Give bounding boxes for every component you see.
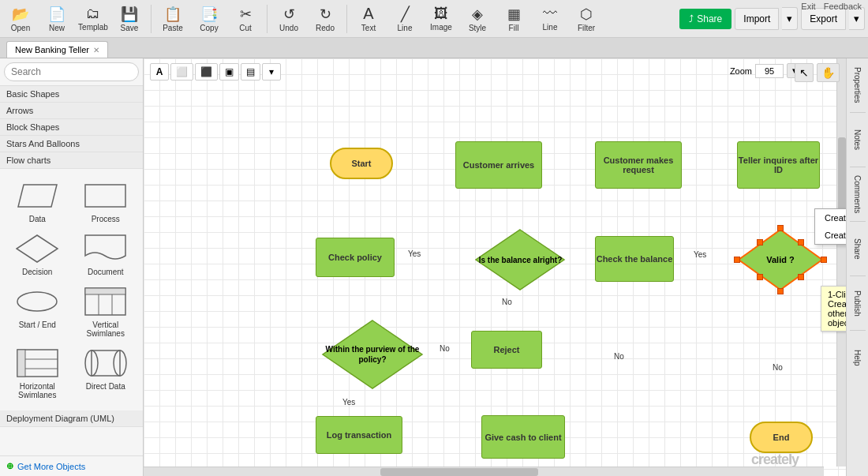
node-teller-inquires[interactable]: Teller inquires after ID <box>737 141 820 189</box>
horizontal-scrollbar[interactable] <box>144 467 824 476</box>
text-button[interactable]: A Text <box>351 2 386 36</box>
node-check-policy[interactable]: Check policy <box>316 238 395 277</box>
style-button[interactable]: ◈ Style <box>460 2 495 36</box>
shape-decision[interactable]: Decision <box>3 228 72 281</box>
exit-link[interactable]: Exit <box>801 2 815 11</box>
cursor-hand-button[interactable]: ✋ <box>817 63 840 82</box>
node-is-balance[interactable]: Is the balance alright? <box>475 228 566 291</box>
filter-button[interactable]: ⬡ Filter <box>569 2 604 36</box>
svg-point-3 <box>17 292 57 311</box>
decision-shape-preview <box>13 233 61 264</box>
vertical-scrollbar[interactable] <box>836 58 846 467</box>
handle-bl <box>757 274 763 280</box>
comments-panel-button[interactable]: Comments <box>848 171 867 218</box>
share-button[interactable]: ⤴ Share <box>679 9 731 29</box>
format-btn-3[interactable]: ▣ <box>219 63 239 81</box>
rs-sep5 <box>850 330 866 331</box>
format-btn-4[interactable]: ▤ <box>241 63 260 81</box>
shape-document[interactable]: Document <box>72 228 140 281</box>
feedback-link[interactable]: Feedback <box>824 2 862 11</box>
decision-shape-svg <box>16 234 59 264</box>
node-give-cash[interactable]: Give cash to client <box>481 415 565 459</box>
properties-panel-button[interactable]: Properties <box>848 62 867 109</box>
cm-create-decision[interactable]: Create a Decision <box>815 209 846 227</box>
shape-process[interactable]: Process <box>72 175 140 228</box>
import-button[interactable]: Import <box>735 8 779 30</box>
horizontal-swimlanes-preview <box>13 347 61 379</box>
search-input[interactable] <box>4 62 139 81</box>
sidebar-item-block-shapes[interactable]: Block Shapes <box>0 119 143 136</box>
zoom-input[interactable]: 95 <box>755 64 784 78</box>
cursor-select-button[interactable]: ↖ <box>795 63 814 82</box>
help-panel-button[interactable]: Help <box>848 334 867 381</box>
sep3 <box>346 5 347 33</box>
shape-vertical-swimlanes[interactable]: Vertical Swimlanes <box>72 281 140 343</box>
watermark: creately <box>751 452 799 468</box>
format-btn-1[interactable]: ⬜ <box>170 63 193 81</box>
templab-button[interactable]: 🗂 Templab <box>76 2 110 36</box>
paste-button[interactable]: 📋 Paste <box>155 2 190 36</box>
copy-icon: 📑 <box>200 6 218 23</box>
node-customer-request[interactable]: Customer makes request <box>595 141 682 189</box>
plus-icon: ⊕ <box>6 461 13 471</box>
cut-button[interactable]: ✂ Cut <box>228 2 263 36</box>
node-end[interactable]: End <box>750 422 813 453</box>
sidebar: Basic Shapes Arrows Block Shapes Stars A… <box>0 58 144 476</box>
node-log-transaction[interactable]: Log transaction <box>316 416 402 454</box>
open-button[interactable]: 📂 Open <box>3 2 38 36</box>
text-icon: A <box>363 5 373 23</box>
shape-start-end[interactable]: Start / End <box>3 281 72 343</box>
open-icon: 📂 <box>12 6 29 23</box>
format-dropdown-button[interactable]: ▾ <box>262 63 281 81</box>
font-bold-button[interactable]: A <box>150 63 169 81</box>
publish-panel-button[interactable]: Publish <box>848 279 867 327</box>
cursor-tools: ↖ ✋ <box>795 63 840 82</box>
save-button[interactable]: 💾 Save <box>112 2 147 36</box>
sidebar-item-basic-shapes[interactable]: Basic Shapes <box>0 86 143 103</box>
sidebar-item-deployment-uml[interactable]: Deployment Diagram (UML) <box>0 410 143 427</box>
undo-button[interactable]: ↺ Undo <box>271 2 306 36</box>
sidebar-item-arrows[interactable]: Arrows <box>0 103 143 119</box>
canvas-tab[interactable]: New Banking Teller ✕ <box>6 41 108 58</box>
rs-sep1 <box>850 112 866 113</box>
tab-bar: New Banking Teller ✕ <box>0 38 868 58</box>
node-reject[interactable]: Reject <box>471 331 542 369</box>
line-button[interactable]: ╱ Line <box>387 2 422 36</box>
handle-tr <box>798 239 804 245</box>
node-start[interactable]: Start <box>330 148 393 179</box>
shape-data[interactable]: Data <box>3 175 72 228</box>
import-dropdown-button[interactable]: ▾ <box>782 7 798 30</box>
shape-direct-data[interactable]: Direct Data <box>72 343 140 404</box>
sidebar-item-flow-charts[interactable]: Flow charts <box>0 152 143 169</box>
handle-right <box>821 257 827 263</box>
redo-button[interactable]: ↻ Redo <box>308 2 342 36</box>
cm-create-start-end[interactable]: Create a Start / End <box>815 227 846 244</box>
share-icon: ⤴ <box>689 13 694 24</box>
handle-br <box>798 274 804 280</box>
copy-button[interactable]: 📑 Copy <box>192 2 226 36</box>
format-btn-2[interactable]: ⬛ <box>195 63 218 81</box>
shapes-area: Basic Shapes Arrows Block Shapes Stars A… <box>0 86 143 455</box>
fill-button[interactable]: ▦ Fill <box>496 2 531 36</box>
handle-top <box>777 225 784 231</box>
line2-button[interactable]: 〰 Line <box>533 2 567 36</box>
node-check-balance[interactable]: Check the balance <box>595 236 674 282</box>
data-shape-preview <box>13 180 61 212</box>
node-valid[interactable]: Valid ? <box>737 228 824 291</box>
tab-close-button[interactable]: ✕ <box>93 46 99 54</box>
shape-horizontal-swimlanes[interactable]: Horizontal Swimlanes <box>3 343 72 404</box>
node-customer-arrives[interactable]: Customer arrives <box>455 141 542 189</box>
new-button[interactable]: 📄 New <box>39 2 74 36</box>
canvas-area[interactable]: A ⬜ ⬛ ▣ ▤ ▾ Zoom 95 ▾ ↖ ✋ <box>144 58 846 476</box>
share-panel-button[interactable]: Share <box>848 225 867 272</box>
notes-panel-button[interactable]: Notes <box>848 116 867 163</box>
node-within-purview[interactable]: Within the purview of the policy? <box>321 319 424 390</box>
v-scroll-thumb[interactable] <box>838 137 846 216</box>
handle-left <box>734 257 740 263</box>
sidebar-item-stars-balloons[interactable]: Stars And Balloons <box>0 136 143 152</box>
get-more-objects-button[interactable]: ⊕ Get More Objects <box>0 455 143 476</box>
zoom-label: Zoom <box>730 66 752 76</box>
image-button[interactable]: 🖼 Image <box>424 2 458 36</box>
handle-bottom <box>777 288 784 294</box>
h-scroll-thumb[interactable] <box>380 468 538 476</box>
